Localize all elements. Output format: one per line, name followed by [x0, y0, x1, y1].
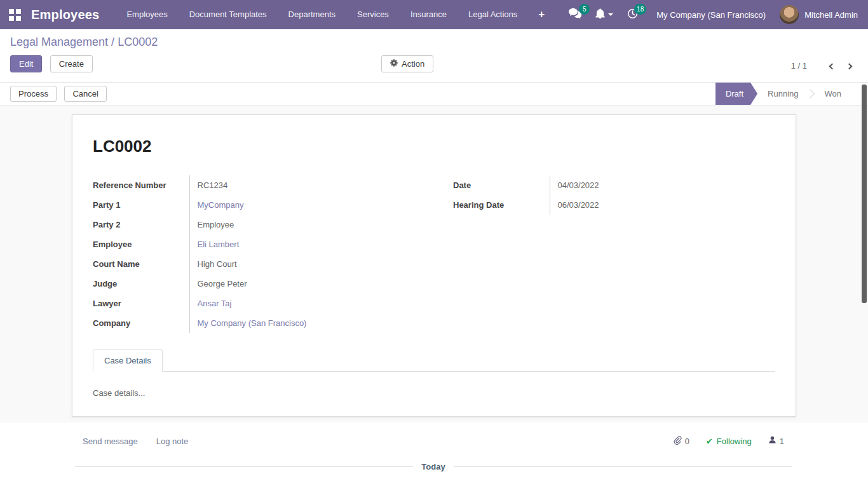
field-label: Court Name [93, 254, 189, 274]
field-row-reference-number: Reference Number RC1234 [93, 175, 415, 195]
activities-badge: 18 [634, 4, 646, 15]
field-label: Reference Number [93, 175, 189, 195]
field-row-party2: Party 2 Employee [93, 215, 415, 234]
field-value-date: 04/03/2022 [550, 175, 775, 195]
menu-employees[interactable]: Employees [116, 0, 178, 29]
breadcrumb-separator: / [108, 36, 118, 48]
control-panel: Legal Management / LC0002 Edit Create Ac… [0, 29, 868, 83]
tab-case-details[interactable]: Case Details [93, 349, 163, 372]
user-menu[interactable]: Mitchell Admin [780, 5, 858, 24]
apps-grid-icon[interactable] [9, 9, 21, 21]
gear-icon [390, 59, 398, 69]
send-message-button[interactable]: Send message [83, 437, 138, 446]
top-navbar: Employees Employees Document Templates D… [0, 0, 868, 29]
person-icon [768, 436, 776, 446]
form-sheet: LC0002 Reference Number RC1234 Party 1 M… [72, 114, 796, 417]
messages-button[interactable]: 5 [562, 0, 588, 29]
field-row-court-name: Court Name High Court [93, 254, 415, 274]
today-divider: Today [75, 462, 792, 471]
notifications-button[interactable] [588, 0, 620, 29]
field-value-hearing-date: 06/03/2022 [550, 195, 775, 215]
action-label: Action [402, 59, 424, 69]
following-button[interactable]: ✔ Following [706, 437, 752, 446]
attachments-button[interactable]: 0 [673, 435, 689, 447]
user-name: Mitchell Admin [804, 10, 858, 20]
field-value-reference-number: RC1234 [189, 175, 415, 195]
field-value-judge: George Peter [189, 274, 415, 294]
chatter: Send message Log note 0 ✔ Following 1 T [0, 423, 868, 488]
field-row-lawyer: Lawyer Ansar Taj [93, 294, 415, 313]
breadcrumb: Legal Management / LC0002 [10, 36, 858, 49]
create-button[interactable]: Create [50, 55, 93, 72]
field-row-employee: Employee Eli Lambert [93, 234, 415, 254]
attachments-count: 0 [685, 437, 689, 446]
followers-count: 1 [780, 437, 784, 446]
company-switcher[interactable]: My Company (San Francisco) [656, 10, 766, 20]
check-icon: ✔ [706, 437, 713, 446]
statusbar: Process Cancel Draft Running Won [0, 83, 868, 105]
vertical-scrollbar[interactable] [862, 85, 867, 303]
field-row-date: Date 04/03/2022 [453, 175, 775, 195]
add-menu-button[interactable]: + [528, 0, 555, 29]
chatter-right: 0 ✔ Following 1 [673, 435, 784, 447]
pager-value: 1 / 1 [791, 61, 807, 71]
pager-next-button[interactable] [841, 58, 858, 73]
cp-left: Edit Create [10, 55, 381, 72]
action-button[interactable]: Action [381, 55, 433, 72]
state-running[interactable]: Running [757, 83, 808, 105]
right-field-group: Date 04/03/2022 Hearing Date 06/03/2022 [453, 175, 775, 215]
menu-insurance[interactable]: Insurance [400, 0, 458, 29]
chevron-left-icon [829, 64, 836, 70]
field-value-lawyer[interactable]: Ansar Taj [189, 294, 415, 313]
state-won[interactable]: Won [815, 83, 852, 105]
log-note-button[interactable]: Log note [156, 437, 189, 446]
field-label: Party 2 [93, 215, 189, 234]
breadcrumb-current: LC0002 [118, 36, 158, 48]
record-title: LC0002 [93, 137, 775, 156]
chatter-toolbar: Send message Log note 0 ✔ Following 1 [0, 423, 868, 447]
menu-departments[interactable]: Departments [278, 0, 346, 29]
process-button[interactable]: Process [10, 86, 57, 102]
pager-previous-button[interactable] [824, 58, 841, 73]
field-value-company[interactable]: My Company (San Francisco) [189, 313, 415, 333]
menu-legal-actions[interactable]: Legal Actions [458, 0, 528, 29]
avatar [780, 5, 799, 24]
field-label: Lawyer [93, 294, 189, 313]
case-details-content: Case details... [93, 372, 775, 414]
menu-services[interactable]: Services [346, 0, 400, 29]
field-row-party1: Party 1 MyCompany [93, 195, 415, 215]
control-panel-buttons-row: Edit Create Action 1 / 1 [10, 55, 858, 73]
cp-center: Action [381, 55, 433, 72]
edit-button[interactable]: Edit [10, 55, 42, 72]
breadcrumb-parent[interactable]: Legal Management [10, 36, 108, 48]
today-label: Today [413, 462, 453, 471]
cancel-button[interactable]: Cancel [64, 86, 106, 102]
field-label: Judge [93, 274, 189, 294]
fields-group: Reference Number RC1234 Party 1 MyCompan… [93, 175, 775, 333]
field-label: Hearing Date [453, 195, 550, 215]
state-draft[interactable]: Draft [715, 83, 757, 105]
field-value-party2: Employee [189, 215, 415, 234]
pager: 1 / 1 [791, 55, 858, 73]
app-brand[interactable]: Employees [31, 8, 99, 22]
chevron-down-icon [608, 13, 613, 16]
main-menu: Employees Document Templates Departments… [116, 0, 555, 29]
field-row-company: Company My Company (San Francisco) [93, 313, 415, 333]
following-label: Following [717, 437, 752, 446]
field-row-hearing-date: Hearing Date 06/03/2022 [453, 195, 775, 215]
field-label: Employee [93, 234, 189, 254]
activities-button[interactable]: 18 [620, 0, 645, 29]
form-view: LC0002 Reference Number RC1234 Party 1 M… [0, 105, 868, 423]
notebook: Case Details Case details... [93, 349, 775, 414]
followers-button[interactable]: 1 [768, 436, 784, 446]
statusbar-buttons: Process Cancel [10, 86, 107, 102]
field-value-party1[interactable]: MyCompany [189, 195, 415, 215]
divider-line [454, 466, 792, 467]
statusbar-states: Draft Running Won [715, 83, 858, 105]
bell-icon [595, 8, 605, 22]
chevron-right-icon [846, 64, 853, 70]
menu-document-templates[interactable]: Document Templates [179, 0, 278, 29]
field-value-court-name: High Court [189, 254, 415, 274]
field-value-employee[interactable]: Eli Lambert [189, 234, 415, 254]
field-row-judge: Judge George Peter [93, 274, 415, 294]
